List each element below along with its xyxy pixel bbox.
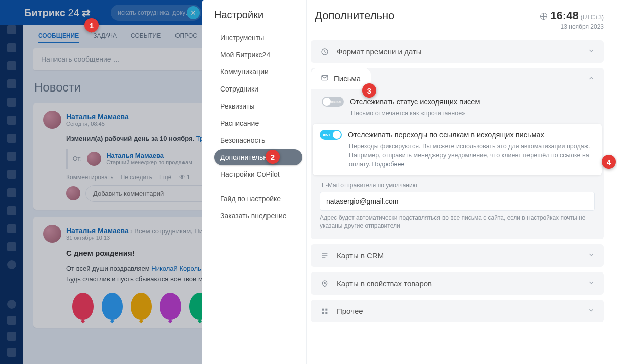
section-label: Карты в CRM <box>337 251 384 260</box>
chevron-down-icon <box>588 47 595 56</box>
sidebar-item-communications[interactable]: Коммуникации <box>214 64 302 80</box>
learn-more-link[interactable]: Подробнее <box>372 161 405 168</box>
settings-content: Дополнительно 16:48(UTC+3) 13 ноября 202… <box>307 0 617 364</box>
svg-rect-3 <box>322 308 324 310</box>
sidebar-item-tools[interactable]: Инструменты <box>214 30 302 46</box>
clock-icon <box>320 48 330 56</box>
mail-icon <box>321 74 329 83</box>
section-label: Письма <box>334 74 361 83</box>
settings-modal: Настройки Инструменты Мой Битрикс24 Комм… <box>202 0 617 364</box>
sidebar-item-additional[interactable]: Дополнительно <box>214 149 302 165</box>
sidebar-item-schedule[interactable]: Расписание <box>214 115 302 131</box>
toggle-track-links[interactable]: вкл <box>320 130 342 140</box>
section-other[interactable]: Прочее <box>311 300 604 322</box>
section-crm-maps[interactable]: Карты в CRM <box>311 244 604 267</box>
settings-title: Настройки <box>214 9 302 21</box>
settings-sidebar: Настройки Инструменты Мой Битрикс24 Комм… <box>202 0 307 364</box>
globe-icon <box>540 13 547 20</box>
sidebar-item-guide[interactable]: Гайд по настройке <box>214 191 302 207</box>
svg-rect-4 <box>325 308 327 310</box>
annotation-marker-2: 2 <box>266 150 280 164</box>
field-label: E-Mail отправителя по умолчанию <box>322 181 595 189</box>
chevron-up-icon[interactable] <box>588 68 604 84</box>
sidebar-item-my-b24[interactable]: Мой Битрикс24 <box>214 47 302 63</box>
sidebar-item-security[interactable]: Безопасность <box>214 132 302 148</box>
section-product-maps[interactable]: Карты в свойствах товаров <box>311 272 604 295</box>
section-datetime[interactable]: Формат времени и даты <box>311 40 604 63</box>
toggle-track-status[interactable]: выкл <box>322 97 344 107</box>
section-label: Прочее <box>337 307 363 315</box>
chevron-down-icon <box>588 251 595 260</box>
setting-subtitle: Переходы фиксируются. Вы можете использо… <box>349 142 595 169</box>
sender-email-input[interactable] <box>320 192 595 211</box>
svg-point-2 <box>324 282 326 284</box>
section-label: Карты в свойствах товаров <box>337 279 432 288</box>
page-title: Дополнительно <box>315 9 394 22</box>
setting-subtitle: Письмо отмечается как «прочитанное» <box>351 109 595 118</box>
annotation-marker-3: 3 <box>362 83 376 98</box>
setting-track-status: выкл Отслеживать статус исходящих писем … <box>320 93 595 121</box>
time-widget: 16:48(UTC+3) 13 ноября 2023 <box>540 9 604 30</box>
field-help: Адрес будет автоматически подставляться … <box>320 214 595 231</box>
sidebar-item-requisites[interactable]: Реквизиты <box>214 98 302 114</box>
section-label: Формат времени и даты <box>337 47 422 56</box>
chevron-down-icon <box>588 279 595 288</box>
annotation-marker-1: 1 <box>84 18 99 32</box>
pin-icon <box>320 280 330 288</box>
setting-title: Отслеживать переходы по ссылкам в исходя… <box>348 131 544 139</box>
sidebar-item-copilot[interactable]: Настройки CoPilot <box>214 166 302 183</box>
chevron-down-icon <box>588 307 595 315</box>
section-tab-emails[interactable]: Письма <box>311 68 371 89</box>
grid-icon <box>320 307 330 315</box>
map-icon <box>320 252 330 260</box>
setting-track-links: вкл Отслеживать переходы по ссылкам в ис… <box>313 124 602 175</box>
sidebar-item-employees[interactable]: Сотрудники <box>214 81 302 97</box>
svg-rect-6 <box>325 312 327 314</box>
sidebar-item-order-impl[interactable]: Заказать внедрение <box>214 208 302 224</box>
annotation-marker-4: 4 <box>602 155 616 169</box>
svg-rect-5 <box>322 312 324 314</box>
section-emails: Письма выкл Отслеживать статус исходящих… <box>311 68 604 239</box>
